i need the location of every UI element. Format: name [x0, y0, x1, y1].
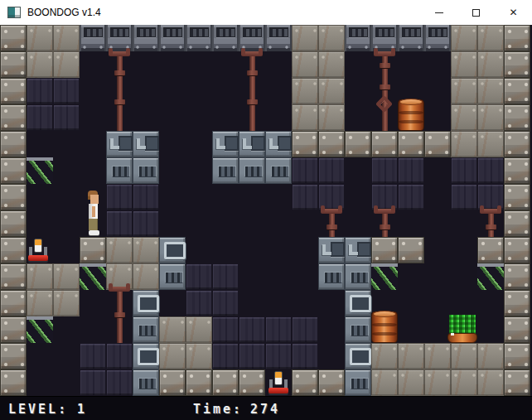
floor-pipe-left [106, 287, 133, 343]
tile-wall-block [504, 290, 530, 316]
tile-wall-block [504, 237, 530, 263]
tile-wall-block [504, 263, 530, 290]
stand-pipe-3 [477, 209, 504, 237]
status-bar: LEVEL: 1 Time: 274 [0, 396, 532, 420]
tile-dark-panel-tile [186, 290, 212, 316]
maximize-button[interactable] [457, 0, 495, 25]
tile-wall-block [0, 369, 27, 396]
game-viewport[interactable] [0, 25, 532, 396]
tile-door-window-tile [345, 343, 371, 369]
player-character [85, 191, 101, 237]
tile-floor-block [186, 369, 212, 396]
tile-door-window-tile [133, 290, 159, 316]
tile-dark-panel-tile [239, 316, 265, 343]
tile-floor-block [292, 131, 318, 157]
tile-metal-panel-tile [451, 131, 477, 157]
tile-ceiling-vent-tile [424, 25, 451, 51]
tile-ceiling-vent-tile [265, 25, 292, 51]
tile-wall-block [504, 343, 530, 369]
tile-floor-block [239, 369, 265, 396]
tile-ceiling-vent-tile [345, 25, 371, 51]
tile-metal-panel-tile [186, 316, 212, 343]
tile-dark-panel-tile [106, 184, 133, 210]
tile-floor-block [398, 237, 424, 263]
tile-floor-block [318, 369, 345, 396]
tile-wall-block [0, 343, 27, 369]
tile-dark-panel-tile [398, 184, 424, 210]
tile-dark-panel-tile [212, 263, 239, 290]
ceiling-pipe-left [106, 51, 133, 131]
tile-dark-panel-tile [106, 210, 133, 237]
tile-ceiling-vent-tile [212, 25, 239, 51]
tile-dark-panel-tile [451, 157, 477, 184]
tile-dark-panel-tile [451, 184, 477, 210]
tile-machine-decor-tile [318, 237, 345, 263]
tile-door-vent-tile [345, 369, 371, 396]
tile-metal-panel-tile [371, 369, 398, 396]
tile-door-window-tile [133, 343, 159, 369]
tile-wall-block [504, 131, 530, 157]
close-button[interactable]: ✕ [495, 0, 532, 25]
tile-wall-block [504, 210, 530, 237]
tile-cable-tile [371, 263, 398, 290]
tile-machine-vent-tile [212, 157, 239, 184]
tile-metal-panel-tile [477, 131, 504, 157]
tile-metal-panel-tile [398, 343, 424, 369]
tile-metal-panel-tile [53, 51, 80, 78]
tile-dark-panel-tile [212, 343, 239, 369]
tile-floor-block [371, 237, 398, 263]
tile-wall-block [504, 157, 530, 184]
tile-dark-panel-tile [318, 157, 345, 184]
tile-metal-panel-tile [477, 343, 504, 369]
tile-wall-block [0, 316, 27, 343]
tile-floor-block [212, 369, 239, 396]
title-bar: BOONDOG v1.4 ✕ [0, 0, 532, 25]
barrel-top [398, 99, 424, 131]
minimize-button[interactable] [420, 0, 457, 25]
tile-door-vent-tile [159, 263, 186, 290]
tile-floor-block [292, 369, 318, 396]
tile-cable-tile [27, 316, 53, 343]
lever-switch-bottom [265, 369, 292, 396]
tile-wall-block [0, 25, 27, 51]
tile-wall-block [0, 104, 27, 131]
tile-dark-panel-tile [106, 369, 133, 396]
level-label: LEVEL: [8, 402, 68, 417]
tile-machine-decor-tile [212, 131, 239, 157]
tile-metal-panel-tile [451, 25, 477, 51]
tile-wall-block [504, 78, 530, 104]
tile-machine-decor-tile [345, 237, 371, 263]
tile-metal-panel-tile [451, 343, 477, 369]
ceiling-pipe-middle [239, 51, 265, 131]
tile-dark-panel-tile [212, 290, 239, 316]
tile-dark-panel-tile [239, 343, 265, 369]
tile-machine-decor-tile [106, 131, 133, 157]
tile-metal-panel-tile [53, 25, 80, 51]
lever-switch-left [25, 237, 51, 263]
tile-door-window-tile [159, 237, 186, 263]
minimize-icon [435, 12, 443, 13]
tile-dark-panel-tile [27, 78, 53, 104]
tile-ceiling-vent-tile [398, 25, 424, 51]
tile-wall-block [504, 184, 530, 210]
tile-metal-panel-tile [318, 51, 345, 78]
tile-metal-panel-tile [398, 369, 424, 396]
tile-dark-panel-tile [265, 316, 292, 343]
tile-floor-block [345, 131, 371, 157]
tile-ceiling-vent-tile [80, 25, 106, 51]
app-icon [7, 7, 21, 18]
tile-door-vent-tile [133, 316, 159, 343]
tile-cable-tile [80, 263, 106, 290]
tile-metal-panel-tile [106, 237, 133, 263]
tile-floor-block [371, 131, 398, 157]
time-label: Time: [193, 402, 243, 417]
tile-metal-panel-tile [27, 263, 53, 290]
tile-wall-block [0, 184, 27, 210]
tile-metal-panel-tile [371, 343, 398, 369]
tile-dark-panel-tile [292, 343, 318, 369]
tile-metal-panel-tile [27, 25, 53, 51]
tile-metal-panel-tile [159, 343, 186, 369]
tile-metal-panel-tile [292, 25, 318, 51]
tile-metal-panel-tile [318, 104, 345, 131]
tile-floor-block [159, 369, 186, 396]
